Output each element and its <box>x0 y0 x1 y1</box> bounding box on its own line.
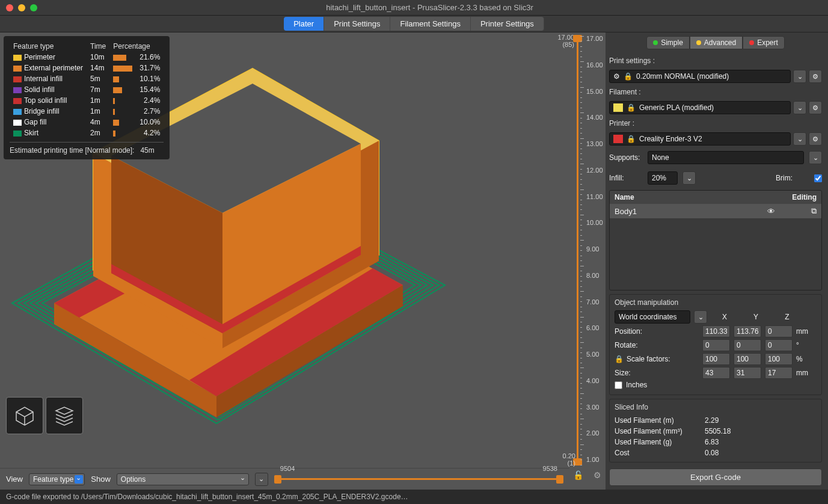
tab-filament-settings[interactable]: Filament Settings <box>390 17 470 31</box>
legend-row[interactable]: Gap fill4m10.0% <box>10 117 164 128</box>
horizontal-layer-slider[interactable]: 9504 9538 <box>274 473 563 485</box>
view-dropdown[interactable]: Feature type <box>29 473 85 485</box>
size-x-input[interactable] <box>702 367 730 379</box>
manip-title: Object manipulation <box>615 298 817 307</box>
print-preset-arrow[interactable]: ⌄ <box>793 70 806 83</box>
position-label: Position: <box>615 327 699 336</box>
supports-label: Supports: <box>609 153 643 162</box>
rot-z-input[interactable] <box>765 339 793 351</box>
inches-checkbox[interactable] <box>615 381 622 389</box>
legend-row[interactable]: Skirt2m4.2% <box>10 128 164 138</box>
legend-row[interactable]: Bridge infill1m2.7% <box>10 106 164 117</box>
tab-plater[interactable]: Plater <box>284 17 324 31</box>
printer-preset-dropdown[interactable]: 🔒 Creality Ender-3 V2 <box>609 132 791 146</box>
slider-settings-icon[interactable]: ⚙ <box>593 470 601 480</box>
legend-row[interactable]: External perimeter14m31.7% <box>10 63 164 73</box>
status-text: G-code file exported to /Users/Tim/Downl… <box>6 493 408 501</box>
view-toggles <box>6 397 83 434</box>
titlebar: hitachi_lift_button_insert - PrusaSlicer… <box>0 0 828 16</box>
legend-row[interactable]: Internal infill5m10.1% <box>10 73 164 84</box>
lock-scale-icon[interactable]: 🔒 <box>615 355 623 363</box>
filament-color-swatch <box>613 103 623 112</box>
legend-h-time: Time <box>87 41 109 52</box>
infill-label: Infill: <box>609 174 643 182</box>
tab-printer-settings[interactable]: Printer Settings <box>471 17 544 31</box>
show-dropdown-arrow[interactable]: ⌄ <box>255 473 268 486</box>
maximize-icon[interactable] <box>30 4 37 11</box>
infill-arrow[interactable]: ⌄ <box>682 171 696 185</box>
rot-y-input[interactable] <box>734 339 761 351</box>
legend-h-feature: Feature type <box>10 41 87 52</box>
pos-x-input[interactable] <box>702 325 730 337</box>
edit-icon[interactable]: ⧉ <box>811 206 817 216</box>
export-gcode-button[interactable]: Export G-code <box>609 469 822 486</box>
coord-arrow[interactable]: ⌄ <box>694 310 707 324</box>
printer-label: Printer : <box>609 119 822 128</box>
mode-simple[interactable]: Simple <box>646 36 690 49</box>
sliced-row: Used Filament (mm³)5505.18 <box>615 426 817 437</box>
infill-dropdown[interactable]: 20% <box>648 171 678 185</box>
view-layers-button[interactable] <box>46 397 83 434</box>
size-z-input[interactable] <box>765 367 793 379</box>
print-preset-dropdown[interactable]: ⚙ 🔒 0.20mm NORMAL (modified) <box>609 70 791 83</box>
tab-print-settings[interactable]: Print Settings <box>324 17 390 31</box>
feature-legend: Feature type Time Percentage Perimeter10… <box>4 36 170 159</box>
minimize-icon[interactable] <box>18 4 25 11</box>
sliced-title: Sliced Info <box>615 403 817 411</box>
legend-h-pct: Percentage <box>109 41 164 52</box>
pos-z-input[interactable] <box>765 325 793 337</box>
print-preset-gear[interactable]: ⚙ <box>809 70 822 83</box>
mode-expert[interactable]: Expert <box>743 36 785 49</box>
mode-advanced[interactable]: Advanced <box>690 36 743 49</box>
sidebar: Simple Advanced Expert Print settings : … <box>606 32 828 490</box>
printer-preset-arrow[interactable]: ⌄ <box>793 132 806 146</box>
obj-h-editing: Editing <box>792 193 817 201</box>
eye-icon[interactable]: 👁 <box>767 207 775 216</box>
est-time-label: Estimated printing time [Normal mode]: <box>10 146 134 155</box>
est-time-value: 45m <box>140 146 154 155</box>
hslider-left-label: 9504 <box>280 465 295 472</box>
object-manipulation-panel: Object manipulation World coordinates ⌄ … <box>609 294 822 395</box>
ruler-bot-sub: (1) <box>568 459 575 467</box>
legend-row[interactable]: Top solid infill1m2.4% <box>10 95 164 106</box>
close-icon[interactable] <box>6 4 13 11</box>
window-title: hitachi_lift_button_insert - PrusaSlicer… <box>37 3 822 12</box>
sliced-row: Cost0.08 <box>615 447 817 458</box>
traffic-lights <box>6 4 37 11</box>
brim-label: Brim: <box>776 174 809 182</box>
lock-icon[interactable]: 🔓 <box>573 470 583 480</box>
show-dropdown[interactable]: Options <box>117 473 249 485</box>
coord-type-dropdown[interactable]: World coordinates <box>615 310 690 324</box>
ruler-bot-value: 0.20 <box>563 452 575 459</box>
ruler-top-value: 17.00 <box>557 34 574 41</box>
rot-x-input[interactable] <box>702 339 730 351</box>
size-y-input[interactable] <box>734 367 761 379</box>
printer-preset-gear[interactable]: ⚙ <box>809 132 822 146</box>
main-tabs: Plater Print Settings Filament Settings … <box>0 16 828 32</box>
legend-row[interactable]: Solid infill7m15.4% <box>10 84 164 95</box>
scale-z-input[interactable] <box>765 353 793 365</box>
vertical-layer-slider[interactable]: 17.00 (85) 17.0016.0015.0014.0013.0012.0… <box>569 32 606 490</box>
scale-y-input[interactable] <box>734 353 761 365</box>
object-row[interactable]: Body1 👁 ⧉ <box>610 204 821 218</box>
plater-bottombar: View Feature type Show Options ⌄ 9504 95… <box>0 468 569 490</box>
lock-icon: 🔒 <box>627 135 636 143</box>
gear-icon: ⚙ <box>613 72 620 81</box>
filament-preset-dropdown[interactable]: 🔒 Generic PLA (modified) <box>609 101 791 114</box>
supports-arrow[interactable]: ⌄ <box>809 151 822 164</box>
rotate-label: Rotate: <box>615 341 699 349</box>
printer-icon <box>613 135 623 143</box>
preview-canvas[interactable]: Feature type Time Percentage Perimeter10… <box>0 32 569 468</box>
supports-dropdown[interactable]: None <box>648 151 804 164</box>
lock-icon: 🔒 <box>627 103 636 112</box>
scale-x-input[interactable] <box>702 353 730 365</box>
sliced-info-panel: Sliced Info Used Filament (m)2.29Used Fi… <box>609 399 822 463</box>
filament-preset-arrow[interactable]: ⌄ <box>793 101 806 114</box>
inches-label: Inches <box>626 381 647 389</box>
brim-checkbox[interactable] <box>814 174 822 182</box>
filament-preset-gear[interactable]: ⚙ <box>809 101 822 114</box>
legend-row[interactable]: Perimeter10m21.6% <box>10 52 164 63</box>
view-3d-button[interactable] <box>6 397 43 434</box>
pos-y-input[interactable] <box>734 325 761 337</box>
view-label: View <box>6 475 23 484</box>
